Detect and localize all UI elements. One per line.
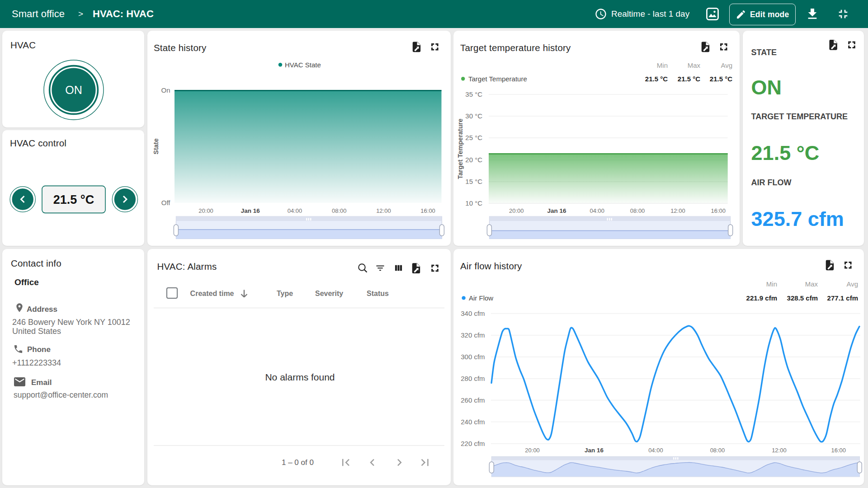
svg-text:No alarms found: No alarms found [265,372,335,382]
svg-text:300 cfm: 300 cfm [461,353,485,361]
svg-text:280 cfm: 280 cfm [461,375,485,382]
svg-text:12:00: 12:00 [772,447,787,454]
svg-text:328.5 cfm: 328.5 cfm [787,294,818,302]
svg-text:20:00: 20:00 [509,207,524,214]
svg-text:Avg: Avg [721,61,732,69]
svg-text:Jan 16: Jan 16 [241,207,260,214]
svg-text:340 cfm: 340 cfm [461,310,485,317]
svg-text:12:00: 12:00 [670,207,685,214]
svg-text:1 – 0 of 0: 1 – 0 of 0 [282,458,314,467]
svg-text:15 °C: 15 °C [465,178,482,185]
svg-text:220 cfm: 220 cfm [461,440,485,447]
svg-text:320 cfm: 320 cfm [461,331,485,339]
svg-text:Jan 16: Jan 16 [585,447,604,454]
svg-text:HVAC State: HVAC State [285,61,321,69]
svg-text:260 cfm: 260 cfm [461,396,485,404]
svg-text:Max: Max [805,280,818,288]
svg-text:Type: Type [277,290,293,297]
svg-text:20:00: 20:00 [198,207,213,214]
svg-text:21.5 °C: 21.5 °C [710,75,732,83]
svg-text:16:00: 16:00 [831,447,846,454]
svg-text:On: On [161,86,170,94]
svg-text:ON: ON [65,84,82,96]
svg-text:Max: Max [688,61,701,69]
svg-text:35 °C: 35 °C [465,90,482,98]
svg-text:21.5 °C: 21.5 °C [53,193,94,206]
svg-text:Off: Off [161,199,171,206]
svg-text:Avg: Avg [846,280,858,288]
svg-text:08:00: 08:00 [710,447,725,454]
svg-text:Created time: Created time [190,290,234,297]
svg-text:16:00: 16:00 [420,207,435,214]
svg-text:State: State [152,138,160,154]
svg-text:Status: Status [367,290,389,297]
svg-text:20:00: 20:00 [525,447,540,454]
svg-text:04:00: 04:00 [648,447,663,454]
svg-text:Min: Min [657,61,668,69]
svg-text:240 cfm: 240 cfm [461,418,485,426]
svg-text:25 °C: 25 °C [465,134,482,141]
svg-text:04:00: 04:00 [288,207,302,214]
svg-text:10 °C: 10 °C [465,199,482,207]
svg-text:16:00: 16:00 [711,207,726,214]
svg-text:277.1 cfm: 277.1 cfm [827,294,858,302]
svg-text:30 °C: 30 °C [465,112,482,120]
svg-text:Min: Min [766,280,777,288]
svg-text:Jan 16: Jan 16 [547,207,566,214]
svg-text:04:00: 04:00 [590,207,605,214]
svg-text:08:00: 08:00 [630,207,645,214]
svg-text:21.5 °C: 21.5 °C [645,75,668,83]
svg-text:221.9 cfm: 221.9 cfm [746,294,777,302]
svg-text:12:00: 12:00 [376,207,391,214]
svg-text:Target Temperature: Target Temperature [457,118,464,179]
svg-text:Air Flow: Air Flow [469,294,493,302]
svg-text:20 °C: 20 °C [465,156,482,164]
svg-text:08:00: 08:00 [332,207,347,214]
svg-text:21.5 °C: 21.5 °C [678,75,700,83]
svg-text:Severity: Severity [315,290,343,297]
svg-text:Target Temperature: Target Temperature [468,75,527,83]
